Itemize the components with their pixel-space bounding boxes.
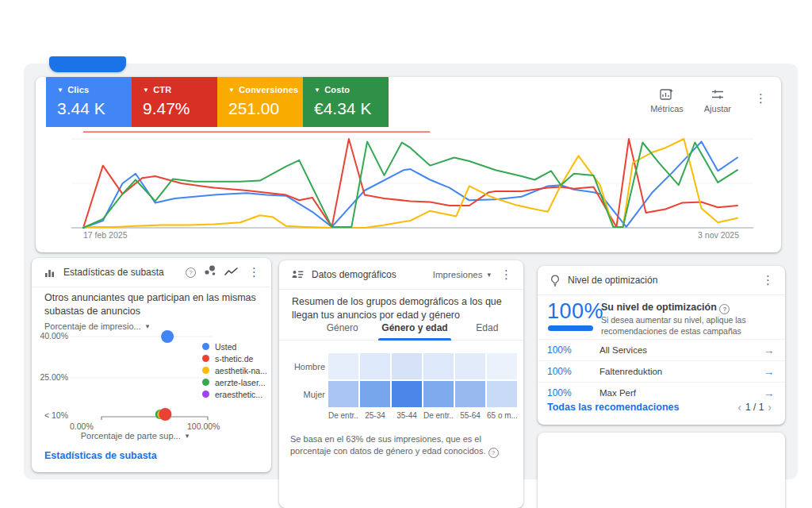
auction-legend: Usteds-thetic.deaesthetik-na...aerzte-la… [202, 341, 267, 400]
demographics-card-title: Datos demográficos [312, 269, 433, 280]
heatmap-cell-mujer-25-34 [360, 381, 390, 407]
legend-label: aerzte-laser... [215, 378, 266, 387]
optimization-score-value: 100% [547, 299, 603, 324]
demographics-icon [292, 270, 304, 279]
campaign-name: Max Perf [599, 388, 764, 398]
x-metric-dropdown[interactable]: Porcentaje de parte sup... ▾ [32, 431, 238, 441]
scatter-dot-usted [161, 330, 174, 343]
auction-more-menu-icon[interactable]: ⋮ [247, 267, 262, 278]
legend-label: s-thetic.de [215, 354, 253, 364]
heatmap-column-label: De entr... [328, 411, 358, 420]
optimization-headline: Su nivel de optimización ? [601, 302, 730, 314]
heatmap-column-label: 35-44 [392, 411, 422, 420]
tab-genero[interactable]: Género [306, 322, 378, 340]
chevron-right-icon[interactable]: › [764, 401, 776, 414]
legend-dot [202, 343, 209, 350]
legend-item-usted[interactable]: Usted [202, 341, 267, 352]
demographics-subtitle: Resumen de los grupos demográficos a los… [292, 295, 517, 322]
chart-end-date: 3 nov 2025 [698, 230, 739, 240]
legend-dot [202, 367, 209, 374]
legend-dot [202, 355, 209, 362]
campaign-row-faltenreduktion[interactable]: 100%Faltenreduktion→ [538, 360, 785, 382]
optimization-card-header: Nivel de optimización ⋮ [538, 266, 785, 295]
chart-start-date: 17 feb 2025 [83, 230, 127, 240]
optimization-card-title: Nivel de optimización [568, 275, 760, 286]
legend-item-aerzte-laser[interactable]: aerzte-laser... [202, 376, 267, 388]
pagination-count: 1 / 1 [745, 402, 764, 413]
demographics-footnote: Se basa en el 63% de sus impresiones, qu… [290, 433, 517, 458]
legend-label: eraesthetic... [215, 390, 262, 399]
demographics-more-menu-icon[interactable]: ⋮ [499, 269, 514, 280]
optimization-card-footer: Todas las recomendaciones ‹ 1 / 1 › [538, 401, 785, 414]
campaign-score-list: 100%All Services→100%Faltenreduktion→100… [538, 339, 785, 403]
heatmap-cell-mujer-55-64 [455, 381, 485, 407]
next-card-clipped [538, 433, 785, 508]
line-chart-icon[interactable] [224, 265, 239, 279]
heatmap-cell-hombre-25-34 [360, 353, 390, 379]
caret-down-icon: ▾ [487, 271, 491, 279]
heatmap-cell-hombre-35-44 [392, 353, 422, 379]
timeseries-chart-canvas [36, 77, 781, 252]
heatmap-cell-mujer-de-entr [328, 381, 358, 407]
x-metric-dropdown-label: Porcentaje de parte sup... [81, 431, 181, 441]
legend-label: aesthetik-na... [215, 366, 267, 375]
optimization-score-card: Nivel de optimización ⋮ 100% Su nivel de… [538, 266, 785, 425]
tab-genero-y-edad[interactable]: Género y edad [378, 322, 450, 340]
bar-chart-icon [44, 267, 56, 278]
campaign-score: 100% [547, 344, 599, 356]
arrow-right-icon[interactable]: → [764, 344, 774, 356]
demographics-card: Datos demográficos Impresiones ▾ ⋮ Resum… [279, 260, 523, 508]
bubble-chart-icon[interactable] [204, 265, 216, 279]
age-gender-heatmap [328, 353, 517, 409]
campaign-name: Faltenreduktion [599, 367, 764, 376]
auction-subtitle: Otros anunciantes que participan en las … [44, 291, 263, 318]
legend-dot [202, 391, 209, 398]
all-recommendations-link[interactable]: Todas las recomendaciones [547, 402, 680, 413]
legend-label: Usted [215, 342, 236, 352]
auction-card-header: Estadísticas de subasta ? ⋮ [32, 258, 271, 287]
scatter-xtick-0: 0.00% [70, 421, 94, 431]
heatmap-column-label: 25-34 [360, 411, 390, 420]
heatmap-cell-mujer-65-o-m [487, 381, 517, 407]
campaign-name: All Services [599, 345, 764, 355]
footnote-text: Se basa en el 63% de sus impresiones, qu… [290, 434, 485, 456]
heatmap-cell-hombre-55-64 [455, 353, 485, 379]
auction-insights-card: Estadísticas de subasta ? ⋮ Otros anunci… [32, 258, 271, 472]
help-icon[interactable]: ? [186, 267, 196, 278]
chevron-left-icon[interactable]: ‹ [733, 401, 745, 414]
campaign-row-max-perf[interactable]: 100%Max Perf→ [538, 382, 785, 403]
legend-item-s-thetic-de[interactable]: s-thetic.de [202, 352, 267, 364]
impressions-dropdown-label: Impresiones [433, 270, 483, 279]
heatmap-column-label: De entr... [423, 411, 454, 420]
clipped-blue-button[interactable] [49, 56, 126, 72]
heatmap-cell-mujer-35-44 [392, 381, 422, 407]
campaign-row-all-services[interactable]: 100%All Services→ [538, 339, 785, 360]
tab-edad[interactable]: Edad [451, 322, 523, 340]
legend-item-eraesthetic[interactable]: eraesthetic... [202, 388, 267, 400]
performance-chart-card: ▼Clics3.44 K▼CTR9.47%▼Conversiones251.00… [36, 77, 781, 252]
arrow-right-icon[interactable]: → [764, 387, 774, 399]
heatmap-row-label-mujer: Mujer [278, 390, 325, 399]
legend-dot [202, 379, 209, 386]
heatmap-cell-mujer-de-entr [423, 381, 454, 407]
help-icon[interactable]: ? [719, 304, 730, 314]
heatmap-cell-hombre-de-entr [423, 353, 454, 379]
google-ads-overview-page: ▼Clics3.44 K▼CTR9.47%▼Conversiones251.00… [0, 0, 812, 508]
demographics-card-header: Datos demográficos Impresiones ▾ ⋮ [279, 260, 523, 290]
scatter-xtick-100: 100.00% [187, 421, 220, 431]
caret-down-icon: ▾ [186, 432, 190, 440]
optimization-description: Si desea aumentar su nivel, aplique las … [601, 314, 776, 337]
legend-item-aesthetik-na[interactable]: aesthetik-na... [202, 364, 267, 376]
help-icon[interactable]: ? [488, 448, 499, 458]
auction-card-title: Estadísticas de subasta [63, 267, 186, 278]
optimization-more-menu-icon[interactable]: ⋮ [760, 275, 776, 286]
heatmap-column-label: 65 o m... [487, 411, 517, 420]
lightbulb-icon [550, 275, 560, 287]
heatmap-cell-hombre-65-o-m [487, 353, 517, 379]
campaign-score: 100% [547, 366, 599, 377]
impressions-dropdown[interactable]: Impresiones ▾ [433, 270, 491, 279]
demographics-tabs: Género Género y edad Edad [279, 322, 523, 341]
auction-insights-link[interactable]: Estadísticas de subasta [44, 450, 157, 461]
campaign-score: 100% [547, 387, 599, 398]
arrow-right-icon[interactable]: → [764, 366, 774, 378]
